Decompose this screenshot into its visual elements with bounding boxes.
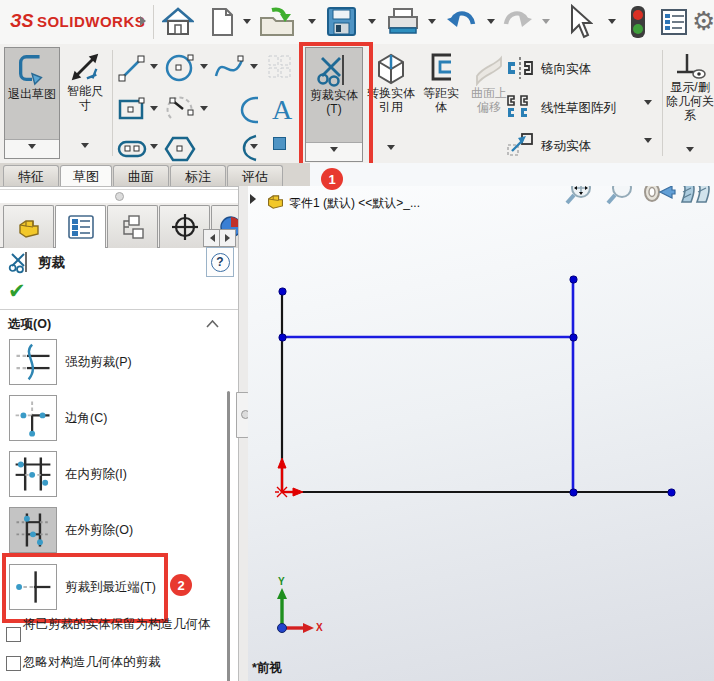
tab-property-manager[interactable] xyxy=(55,205,106,248)
trim-closest-iconbox[interactable] xyxy=(9,564,57,610)
corner-iconbox[interactable] xyxy=(9,395,57,441)
home-icon[interactable] xyxy=(162,7,194,37)
trim-entities-button[interactable]: 剪裁实体(T) xyxy=(305,47,363,162)
sketch-canvas[interactable] xyxy=(248,186,714,681)
new-document-dropdown[interactable] xyxy=(243,19,251,28)
polygon-tool-icon[interactable] xyxy=(163,134,197,164)
power-trim-icon xyxy=(13,342,53,382)
rectangle-tool-icon[interactable] xyxy=(116,94,148,126)
mirror-entities-icon[interactable] xyxy=(506,56,534,80)
options-header-label: 选项(O) xyxy=(8,316,51,333)
settings-gear-icon[interactable]: ⚙ xyxy=(692,6,714,37)
tab-surfaces[interactable]: 曲面 xyxy=(113,165,169,187)
tabstrip-filler xyxy=(310,163,714,186)
traffic-light-icon[interactable] xyxy=(629,5,647,39)
ignore-construction-checkbox[interactable] xyxy=(6,656,21,671)
convert-entities-button[interactable]: 转换实体引用 xyxy=(366,50,416,158)
tab-feature-tree[interactable] xyxy=(3,205,54,248)
trim-inside-iconbox[interactable] xyxy=(9,451,57,497)
option-corner[interactable]: 边角(C) xyxy=(9,395,107,441)
convert-entities-dropdown[interactable] xyxy=(387,145,395,154)
ribbon-separator-1 xyxy=(112,50,113,156)
exit-sketch-dropdown[interactable] xyxy=(5,139,59,158)
select-cursor-icon[interactable] xyxy=(563,4,593,40)
tab-evaluate[interactable]: 评估 xyxy=(227,165,283,187)
options-section-header[interactable]: 选项(O) xyxy=(0,313,238,335)
move-entities-label[interactable]: 移动实体 xyxy=(541,138,591,155)
line-tool-dropdown[interactable] xyxy=(150,64,158,73)
circle-tool-dropdown[interactable] xyxy=(200,64,208,73)
rectangle-tool-dropdown[interactable] xyxy=(150,106,158,115)
move-entities-dropdown[interactable] xyxy=(644,138,652,147)
arc-tool-dropdown[interactable] xyxy=(200,106,208,115)
save-icon[interactable] xyxy=(325,5,358,38)
arc-tool-icon[interactable] xyxy=(163,93,197,127)
line-tool-icon[interactable] xyxy=(116,52,148,84)
triad-y-label: Y xyxy=(278,576,285,587)
option-trim-outside[interactable]: 在外剪除(O) xyxy=(9,507,133,553)
redo-icon[interactable] xyxy=(500,7,534,37)
trim-closest-label: 剪裁到最近端(T) xyxy=(65,579,156,596)
task-list-icon[interactable] xyxy=(660,8,688,36)
tab-configuration-manager[interactable] xyxy=(107,205,158,248)
undo-dropdown[interactable] xyxy=(487,19,495,28)
help-button[interactable]: ? xyxy=(206,247,234,277)
display-relations-dropdown[interactable] xyxy=(686,147,694,156)
panel-top-splitter[interactable] xyxy=(0,189,238,198)
help-icon: ? xyxy=(211,253,230,272)
collapse-chevron-icon[interactable] xyxy=(206,320,219,328)
solidworks-brand-text: SOLIDWORKS xyxy=(37,13,145,30)
mirror-entities-label[interactable]: 镜向实体 xyxy=(541,61,591,78)
option-power-trim[interactable]: 强劲剪裁(P) xyxy=(9,339,132,385)
trim-outside-icon xyxy=(13,510,53,550)
option-trim-closest[interactable]: 剪裁到最近端(T) xyxy=(9,564,156,610)
part-icon xyxy=(17,216,41,238)
text-tool-icon[interactable]: A xyxy=(268,94,296,126)
ok-check-icon[interactable]: ✔ xyxy=(8,279,26,303)
exit-sketch-icon xyxy=(15,51,49,87)
display-relations-button[interactable]: 显示/删除几何关系 xyxy=(666,50,714,160)
circle-tool-icon[interactable] xyxy=(163,51,197,85)
new-document-icon[interactable] xyxy=(208,7,236,37)
linear-pattern-dropdown[interactable] xyxy=(644,100,652,109)
trim-entities-dropdown[interactable] xyxy=(306,142,362,161)
select-dropdown[interactable] xyxy=(608,19,616,28)
panel-scrollbar[interactable] xyxy=(227,391,230,681)
spline-tool-dropdown[interactable] xyxy=(250,64,258,73)
redo-dropdown[interactable] xyxy=(542,19,550,28)
smart-dimension-dropdown[interactable] xyxy=(81,143,89,152)
surface-offset-icon xyxy=(472,52,506,86)
toolbar-flyout-arrow[interactable] xyxy=(140,16,151,26)
graphics-viewport[interactable]: 零件1 (默认) <<默认>_... xyxy=(248,186,714,681)
undo-icon[interactable] xyxy=(445,7,479,37)
tab-annotations[interactable]: 标注 xyxy=(170,165,226,187)
print-dropdown[interactable] xyxy=(428,19,436,28)
smart-dimension-button[interactable]: 智能尺寸 xyxy=(62,48,108,156)
trim-entities-label: 剪裁实体(T) xyxy=(308,88,360,116)
power-trim-iconbox[interactable] xyxy=(9,339,57,385)
option-trim-inside[interactable]: 在内剪除(I) xyxy=(9,451,127,497)
manager-tab-scroll-left[interactable] xyxy=(203,229,220,247)
tab-sketch[interactable]: 草图 xyxy=(60,165,112,187)
open-folder-icon[interactable] xyxy=(258,6,296,38)
spline-tool-icon[interactable] xyxy=(214,50,244,88)
linear-pattern-icon[interactable] xyxy=(506,94,534,120)
keep-construction-checkbox[interactable] xyxy=(6,627,21,642)
point-tool-icon[interactable] xyxy=(273,137,286,150)
ribbon-separator-2 xyxy=(662,50,663,156)
slot-tool-icon[interactable] xyxy=(116,136,148,162)
manager-tab-scroll-right[interactable] xyxy=(219,229,236,247)
ellipse-tool-icon[interactable] xyxy=(238,93,258,127)
conic-tool-dropdown[interactable] xyxy=(250,144,258,153)
linear-pattern-label[interactable]: 线性草图阵列 xyxy=(541,100,616,117)
print-icon[interactable] xyxy=(385,7,421,37)
slot-tool-dropdown[interactable] xyxy=(150,144,158,153)
trim-outside-iconbox[interactable] xyxy=(9,507,57,553)
exit-sketch-button[interactable]: 退出草图 xyxy=(4,47,60,159)
open-dropdown[interactable] xyxy=(308,19,316,28)
move-entities-icon[interactable] xyxy=(506,132,534,158)
offset-entities-button[interactable]: 等距实体 xyxy=(417,50,465,150)
save-dropdown[interactable] xyxy=(368,19,376,28)
tab-features[interactable]: 特征 xyxy=(3,165,59,187)
keep-construction-label: 将已剪裁的实体保留为构造几何体 xyxy=(23,617,231,632)
